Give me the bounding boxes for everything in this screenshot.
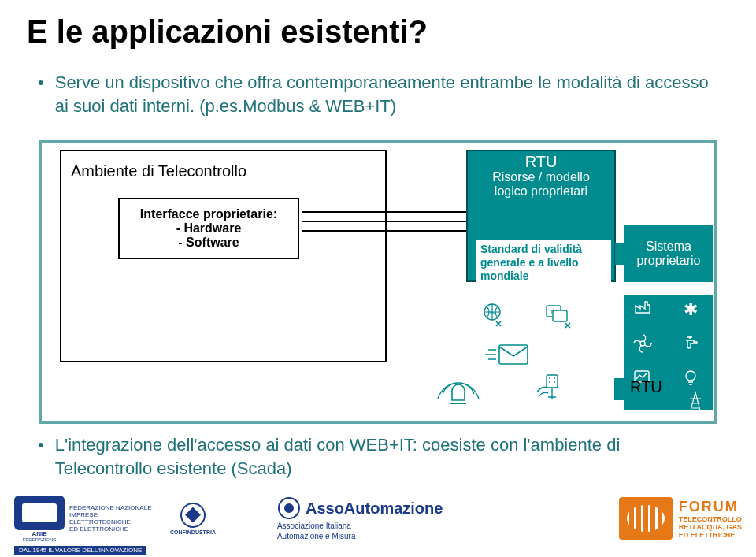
- diagram: Ambiente di Telecontrollo Interfacce pro…: [39, 140, 717, 424]
- asso-sub-2: Automazione e Misura: [277, 532, 356, 540]
- connector-line: [302, 230, 467, 232]
- rtu-label: RTU: [468, 153, 614, 171]
- anie-logo: ANIE FEDERAZIONE FEDERAZIONE NAZIONALE I…: [14, 496, 156, 542]
- page-title: E le applicazioni esistenti?: [27, 14, 428, 50]
- svg-point-2: [686, 371, 695, 381]
- forum-block: FORUM TELECONTROLLO RETI ACQUA, GAS ED E…: [619, 497, 742, 540]
- rtu-standard-box: Standard di validità generale e a livell…: [476, 240, 611, 288]
- ftp-icon: ftp: [542, 303, 573, 329]
- asso-sub-1: Associazione Italiana: [277, 522, 351, 530]
- forum-icon: [619, 497, 673, 540]
- svg-point-12: [549, 381, 550, 383]
- rtu-sub: Risorse / modello logico proprietari: [468, 170, 614, 199]
- connector-line: [302, 221, 467, 222]
- environment-box: Ambiente di Telecontrollo Interfacce pro…: [60, 150, 387, 362]
- bulb-icon: [684, 369, 698, 392]
- forum-sub-1: TELECONTROLLO: [679, 515, 742, 523]
- rtu-white-3: mondiale: [480, 269, 528, 282]
- http-icon: http: [479, 303, 506, 329]
- forum-title: FORUM: [679, 499, 742, 515]
- rtu-block: RTU Risorse / modello logico proprietari…: [466, 150, 616, 282]
- if-line-1: Interfacce proprietarie:: [129, 207, 288, 221]
- forum-sub-3: ED ELETTRICHE: [679, 531, 742, 539]
- sys-line-1: Sistema: [646, 240, 691, 254]
- alarm-icon: [436, 377, 480, 408]
- sistema-proprietario-box: Sistema proprietario: [624, 225, 713, 282]
- forum-text: FORUM TELECONTROLLO RETI ACQUA, GAS ED E…: [679, 499, 742, 539]
- footer: ANIE FEDERAZIONE FEDERAZIONE NAZIONALE I…: [0, 479, 756, 557]
- factory-icon: [635, 299, 652, 317]
- bullet-dot-icon: •: [38, 71, 44, 95]
- bullet-dot-icon: •: [38, 433, 44, 457]
- svg-rect-7: [553, 310, 567, 321]
- rtu-sub-1: Risorse / modello: [492, 170, 590, 184]
- asso-icon: [277, 496, 301, 520]
- confindustria-label: CONFINDUSTRIA: [170, 529, 216, 535]
- satellite-icon: [536, 373, 570, 403]
- if-line-2: - Hardware: [129, 221, 288, 236]
- anie-title: ANIE: [32, 530, 46, 537]
- bullet-2-text: L'integrazione dell'accesso ai dati con …: [55, 433, 709, 481]
- confindustria-logo: CONFINDUSTRIA: [170, 503, 216, 535]
- svg-text:http: http: [490, 310, 495, 314]
- connector-line: [302, 211, 467, 213]
- snowflake-icon: ✱: [684, 299, 698, 320]
- faucet-icon: [684, 334, 701, 355]
- anie-year: DAL 1945 IL VALORE DELL'INNOVAZIONE: [14, 546, 146, 555]
- environment-title: Ambiente di Telecontrollo: [71, 162, 376, 180]
- tower-icon: [688, 391, 702, 415]
- bullet-1-text: Serve un dispositivo che offra contempor…: [55, 71, 709, 118]
- svg-rect-9: [547, 375, 558, 388]
- if-line-3: - Software: [129, 236, 288, 250]
- svg-point-0: [640, 341, 645, 346]
- rtu2-label: RTU: [630, 378, 662, 396]
- svg-point-11: [554, 377, 555, 379]
- anie-desc: FEDERAZIONE NAZIONALE IMPRESE ELETTROTEC…: [69, 504, 156, 533]
- comms-icons: http ftp: [466, 303, 616, 405]
- svg-point-15: [284, 503, 294, 513]
- asso-title: AssoAutomazione: [306, 499, 443, 518]
- confindustria-icon: [180, 503, 206, 528]
- fan-icon: [633, 334, 652, 357]
- rtu-white-1: Standard di validità: [480, 243, 582, 255]
- svg-point-10: [549, 377, 550, 379]
- rtu-sub-2: logico proprietari: [495, 184, 587, 198]
- rtu-white-2: generale e a livello: [480, 256, 579, 269]
- bullet-1: • Serve un dispositivo che offra contemp…: [38, 71, 709, 118]
- mail-icon: [482, 340, 531, 369]
- anie-subtitle: FEDERAZIONE: [23, 537, 57, 542]
- bullet-2: • L'integrazione dell'accesso ai dati co…: [38, 433, 709, 481]
- interfaces-box: Interfacce proprietarie: - Hardware - So…: [118, 198, 299, 259]
- sys-line-2: proprietario: [637, 254, 701, 268]
- assoautomazione-block: AssoAutomazione Associazione Italiana Au…: [277, 496, 443, 540]
- svg-rect-8: [499, 345, 528, 364]
- svg-point-13: [554, 381, 555, 383]
- slide-root: E le applicazioni esistenti? • Serve un …: [0, 0, 756, 557]
- forum-sub-2: RETI ACQUA, GAS: [679, 523, 742, 531]
- anie-badge-icon: [14, 496, 65, 530]
